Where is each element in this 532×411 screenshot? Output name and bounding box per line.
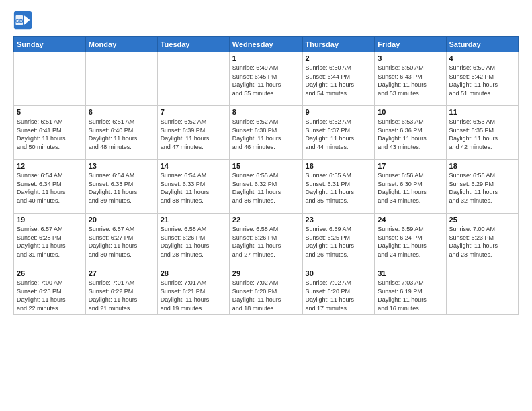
calendar-cell: 20Sunrise: 6:57 AM Sunset: 6:27 PM Dayli…	[85, 214, 157, 267]
logo: GB	[13, 11, 35, 30]
header-day-sunday: Sunday	[14, 37, 86, 52]
day-number: 18	[449, 162, 515, 170]
day-info: Sunrise: 6:55 AM Sunset: 6:31 PM Dayligh…	[306, 171, 372, 205]
calendar-cell: 9Sunrise: 6:52 AM Sunset: 6:37 PM Daylig…	[302, 106, 375, 160]
calendar-cell: 6Sunrise: 6:51 AM Sunset: 6:40 PM Daylig…	[85, 106, 157, 160]
header-day-thursday: Thursday	[302, 37, 375, 52]
day-number: 14	[161, 162, 226, 170]
calendar-cell: 3Sunrise: 6:50 AM Sunset: 6:43 PM Daylig…	[375, 52, 446, 106]
day-number: 7	[161, 108, 226, 116]
day-number: 27	[89, 269, 154, 277]
calendar-cell	[14, 52, 86, 106]
day-info: Sunrise: 6:50 AM Sunset: 6:43 PM Dayligh…	[378, 64, 443, 97]
calendar-cell: 25Sunrise: 7:00 AM Sunset: 6:23 PM Dayli…	[446, 214, 518, 267]
day-info: Sunrise: 7:00 AM Sunset: 6:23 PM Dayligh…	[17, 279, 83, 312]
day-number: 22	[232, 216, 300, 224]
calendar-cell: 18Sunrise: 6:56 AM Sunset: 6:29 PM Dayli…	[446, 160, 518, 214]
day-number: 3	[378, 54, 443, 62]
day-info: Sunrise: 6:56 AM Sunset: 6:30 PM Dayligh…	[378, 171, 443, 205]
day-info: Sunrise: 6:51 AM Sunset: 6:40 PM Dayligh…	[89, 118, 154, 151]
svg-text:GB: GB	[15, 18, 24, 24]
calendar-cell: 15Sunrise: 6:55 AM Sunset: 6:32 PM Dayli…	[229, 160, 302, 214]
calendar-cell: 7Sunrise: 6:52 AM Sunset: 6:39 PM Daylig…	[157, 106, 229, 160]
day-info: Sunrise: 6:53 AM Sunset: 6:35 PM Dayligh…	[449, 118, 515, 151]
calendar-table: SundayMondayTuesdayWednesdayThursdayFrid…	[13, 36, 519, 315]
day-info: Sunrise: 6:52 AM Sunset: 6:38 PM Dayligh…	[232, 118, 300, 151]
day-number: 29	[232, 269, 300, 277]
day-info: Sunrise: 6:49 AM Sunset: 6:45 PM Dayligh…	[232, 64, 300, 97]
header-day-tuesday: Tuesday	[157, 37, 229, 52]
day-info: Sunrise: 6:51 AM Sunset: 6:41 PM Dayligh…	[17, 118, 83, 151]
day-info: Sunrise: 7:00 AM Sunset: 6:23 PM Dayligh…	[449, 225, 515, 259]
day-number: 16	[306, 162, 372, 170]
day-info: Sunrise: 7:01 AM Sunset: 6:22 PM Dayligh…	[89, 279, 154, 312]
day-number: 30	[306, 269, 372, 277]
day-number: 2	[306, 54, 372, 62]
week-row-5: 26Sunrise: 7:00 AM Sunset: 6:23 PM Dayli…	[14, 267, 519, 315]
calendar-cell: 4Sunrise: 6:50 AM Sunset: 6:42 PM Daylig…	[446, 52, 518, 106]
day-number: 25	[449, 216, 515, 224]
day-info: Sunrise: 6:59 AM Sunset: 6:25 PM Dayligh…	[306, 225, 372, 259]
day-number: 15	[232, 162, 300, 170]
day-number: 31	[378, 269, 443, 277]
day-info: Sunrise: 6:55 AM Sunset: 6:32 PM Dayligh…	[232, 171, 300, 205]
day-info: Sunrise: 7:01 AM Sunset: 6:21 PM Dayligh…	[161, 279, 226, 312]
calendar-cell: 11Sunrise: 6:53 AM Sunset: 6:35 PM Dayli…	[446, 106, 518, 160]
week-row-2: 5Sunrise: 6:51 AM Sunset: 6:41 PM Daylig…	[14, 106, 519, 160]
day-number: 23	[306, 216, 372, 224]
calendar-cell: 10Sunrise: 6:53 AM Sunset: 6:36 PM Dayli…	[375, 106, 446, 160]
day-info: Sunrise: 7:03 AM Sunset: 6:19 PM Dayligh…	[378, 279, 443, 312]
header-day-monday: Monday	[85, 37, 157, 52]
calendar-header: SundayMondayTuesdayWednesdayThursdayFrid…	[14, 37, 519, 52]
calendar-cell: 19Sunrise: 6:57 AM Sunset: 6:28 PM Dayli…	[14, 214, 86, 267]
day-number: 8	[232, 108, 300, 116]
calendar-cell: 17Sunrise: 6:56 AM Sunset: 6:30 PM Dayli…	[375, 160, 446, 214]
header-day-wednesday: Wednesday	[229, 37, 302, 52]
day-number: 6	[89, 108, 154, 116]
calendar-cell: 28Sunrise: 7:01 AM Sunset: 6:21 PM Dayli…	[157, 267, 229, 315]
day-info: Sunrise: 6:58 AM Sunset: 6:26 PM Dayligh…	[232, 225, 300, 259]
day-number: 12	[17, 162, 83, 170]
day-info: Sunrise: 6:53 AM Sunset: 6:36 PM Dayligh…	[378, 118, 443, 151]
calendar-cell	[446, 267, 518, 315]
calendar-cell: 13Sunrise: 6:54 AM Sunset: 6:33 PM Dayli…	[85, 160, 157, 214]
calendar-cell: 12Sunrise: 6:54 AM Sunset: 6:34 PM Dayli…	[14, 160, 86, 214]
day-info: Sunrise: 6:52 AM Sunset: 6:39 PM Dayligh…	[161, 118, 226, 151]
day-info: Sunrise: 6:52 AM Sunset: 6:37 PM Dayligh…	[306, 118, 372, 151]
calendar-cell: 31Sunrise: 7:03 AM Sunset: 6:19 PM Dayli…	[375, 267, 446, 315]
day-info: Sunrise: 6:56 AM Sunset: 6:29 PM Dayligh…	[449, 171, 515, 205]
calendar-cell: 21Sunrise: 6:58 AM Sunset: 6:26 PM Dayli…	[157, 214, 229, 267]
day-info: Sunrise: 6:54 AM Sunset: 6:34 PM Dayligh…	[17, 171, 83, 205]
calendar-cell: 27Sunrise: 7:01 AM Sunset: 6:22 PM Dayli…	[85, 267, 157, 315]
day-number: 10	[378, 108, 443, 116]
calendar-cell: 26Sunrise: 7:00 AM Sunset: 6:23 PM Dayli…	[14, 267, 86, 315]
week-row-3: 12Sunrise: 6:54 AM Sunset: 6:34 PM Dayli…	[14, 160, 519, 214]
day-number: 20	[89, 216, 154, 224]
calendar-cell: 2Sunrise: 6:50 AM Sunset: 6:44 PM Daylig…	[302, 52, 375, 106]
calendar-cell: 22Sunrise: 6:58 AM Sunset: 6:26 PM Dayli…	[229, 214, 302, 267]
day-info: Sunrise: 6:50 AM Sunset: 6:44 PM Dayligh…	[306, 64, 372, 97]
calendar-cell: 14Sunrise: 6:54 AM Sunset: 6:33 PM Dayli…	[157, 160, 229, 214]
calendar-cell: 16Sunrise: 6:55 AM Sunset: 6:31 PM Dayli…	[302, 160, 375, 214]
day-number: 21	[161, 216, 226, 224]
header-day-saturday: Saturday	[446, 37, 518, 52]
header: GB	[13, 11, 519, 30]
day-number: 13	[89, 162, 154, 170]
calendar-cell: 29Sunrise: 7:02 AM Sunset: 6:20 PM Dayli…	[229, 267, 302, 315]
day-number: 11	[449, 108, 515, 116]
calendar-cell: 30Sunrise: 7:02 AM Sunset: 6:20 PM Dayli…	[302, 267, 375, 315]
header-day-friday: Friday	[375, 37, 446, 52]
day-number: 19	[17, 216, 83, 224]
day-number: 9	[306, 108, 372, 116]
day-info: Sunrise: 7:02 AM Sunset: 6:20 PM Dayligh…	[306, 279, 372, 312]
day-number: 5	[17, 108, 83, 116]
day-number: 26	[17, 269, 83, 277]
calendar-body: 1Sunrise: 6:49 AM Sunset: 6:45 PM Daylig…	[14, 52, 519, 315]
header-row: SundayMondayTuesdayWednesdayThursdayFrid…	[14, 37, 519, 52]
calendar-cell: 5Sunrise: 6:51 AM Sunset: 6:41 PM Daylig…	[14, 106, 86, 160]
day-number: 1	[232, 54, 300, 62]
day-info: Sunrise: 6:58 AM Sunset: 6:26 PM Dayligh…	[161, 225, 226, 259]
week-row-4: 19Sunrise: 6:57 AM Sunset: 6:28 PM Dayli…	[14, 214, 519, 267]
day-info: Sunrise: 6:59 AM Sunset: 6:24 PM Dayligh…	[378, 225, 443, 259]
day-info: Sunrise: 6:57 AM Sunset: 6:28 PM Dayligh…	[17, 225, 83, 259]
